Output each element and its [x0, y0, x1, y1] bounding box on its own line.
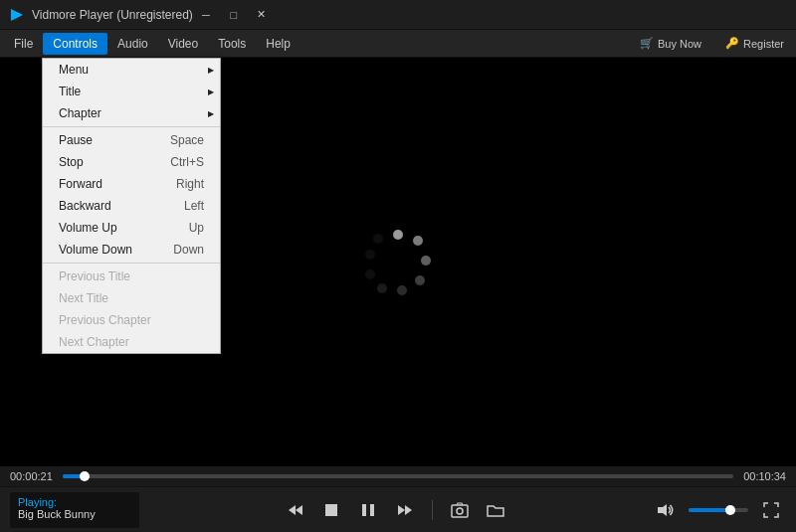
svg-marker-11	[296, 505, 302, 515]
dd-previous-chapter[interactable]: Previous Chapter	[43, 309, 220, 331]
svg-point-4	[415, 275, 425, 285]
svg-rect-12	[325, 504, 337, 516]
svg-point-3	[421, 256, 431, 266]
rewind-button[interactable]	[281, 495, 310, 525]
bottom-controls: Playing: Big Buck Bunny	[0, 486, 796, 532]
dd-next-title-label: Next Title	[59, 291, 108, 305]
svg-point-2	[413, 236, 423, 246]
svg-rect-13	[362, 504, 366, 516]
key-icon: 🔑	[725, 37, 739, 50]
dd-previous-chapter-label: Previous Chapter	[59, 313, 151, 327]
pause-button[interactable]	[352, 494, 384, 526]
svg-marker-19	[658, 504, 667, 516]
title-bar: Vidmore Player (Unregistered) ─ □ ✕	[0, 0, 796, 30]
dd-volume-up-label: Volume Up	[59, 221, 117, 235]
loading-spinner	[358, 223, 438, 302]
svg-rect-17	[452, 505, 468, 517]
dd-title-label: Title	[59, 85, 81, 98]
dd-backward-label: Backward	[59, 199, 111, 213]
dd-backward[interactable]: Backward Left	[43, 195, 220, 217]
menu-video[interactable]: Video	[158, 33, 208, 55]
time-total: 00:10:34	[741, 470, 786, 482]
progress-area: 00:00:21 00:10:34	[0, 466, 796, 486]
window-controls: ─ □ ✕	[193, 5, 275, 25]
menu-audio[interactable]: Audio	[107, 33, 158, 55]
svg-marker-10	[289, 505, 296, 515]
cart-icon: 🛒	[640, 37, 654, 50]
dd-volume-down-label: Volume Down	[59, 243, 132, 257]
dd-next-chapter-label: Next Chapter	[59, 335, 129, 349]
dd-next-title[interactable]: Next Title	[43, 287, 220, 309]
svg-point-6	[377, 283, 387, 293]
now-playing-title: Big Buck Bunny	[18, 508, 131, 520]
volume-slider[interactable]	[689, 508, 748, 512]
progress-bar[interactable]	[63, 474, 733, 478]
register-button[interactable]: 🔑 Register	[717, 34, 792, 53]
dd-stop-label: Stop	[59, 155, 84, 169]
menu-help[interactable]: Help	[256, 33, 300, 55]
volume-thumb	[725, 505, 735, 515]
menu-right: 🛒 Buy Now 🔑 Register	[632, 34, 792, 53]
title-bar-text: Vidmore Player (Unregistered)	[32, 8, 193, 22]
now-playing-box: Playing: Big Buck Bunny	[10, 492, 139, 528]
svg-point-1	[393, 230, 403, 240]
center-controls	[139, 494, 651, 526]
svg-point-7	[365, 269, 375, 279]
volume-fill	[689, 508, 730, 512]
close-button[interactable]: ✕	[249, 5, 275, 25]
dd-backward-shortcut: Left	[184, 199, 204, 213]
dd-volume-up-shortcut: Up	[189, 221, 204, 235]
dd-forward-shortcut: Right	[176, 177, 204, 191]
dd-separator-2	[43, 263, 220, 264]
dd-volume-up[interactable]: Volume Up Up	[43, 217, 220, 239]
dd-separator-1	[43, 126, 220, 127]
dd-menu-label: Menu	[59, 63, 89, 77]
dd-next-chapter[interactable]: Next Chapter	[43, 331, 220, 353]
svg-marker-16	[405, 505, 412, 515]
dd-previous-title-label: Previous Title	[59, 269, 130, 283]
dd-previous-title[interactable]: Previous Title	[43, 266, 220, 287]
folder-button[interactable]	[481, 495, 510, 525]
dd-forward[interactable]: Forward Right	[43, 173, 220, 195]
stop-button[interactable]	[316, 495, 346, 525]
dd-volume-down-shortcut: Down	[173, 243, 204, 257]
svg-rect-14	[370, 504, 374, 516]
dd-title[interactable]: Title	[43, 81, 220, 102]
menu-file[interactable]: File	[4, 33, 43, 55]
register-label: Register	[743, 38, 784, 50]
app-logo	[8, 6, 26, 24]
progress-thumb	[80, 471, 90, 481]
svg-point-5	[397, 285, 407, 295]
svg-marker-15	[398, 505, 405, 515]
dd-stop-shortcut: Ctrl+S	[170, 155, 204, 169]
dd-pause-label: Pause	[59, 133, 93, 147]
dd-pause-shortcut: Space	[170, 133, 204, 147]
dd-chapter-label: Chapter	[59, 106, 101, 120]
screenshot-button[interactable]	[445, 495, 475, 525]
dd-volume-down[interactable]: Volume Down Down	[43, 239, 220, 261]
volume-icon[interactable]	[651, 495, 681, 525]
right-controls	[651, 495, 786, 525]
menu-tools[interactable]: Tools	[208, 33, 256, 55]
svg-marker-0	[11, 9, 23, 21]
buy-now-label: Buy Now	[658, 38, 701, 50]
dd-pause[interactable]: Pause Space	[43, 129, 220, 151]
dd-chapter[interactable]: Chapter	[43, 102, 220, 124]
now-playing-label: Playing:	[18, 496, 131, 508]
time-current: 00:00:21	[10, 470, 55, 482]
dd-forward-label: Forward	[59, 177, 102, 191]
dd-stop[interactable]: Stop Ctrl+S	[43, 151, 220, 173]
forward-button[interactable]	[390, 495, 420, 525]
menu-bar: File Controls Audio Video Tools Help 🛒 B…	[0, 30, 796, 58]
controls-divider	[432, 500, 433, 520]
minimize-button[interactable]: ─	[193, 5, 219, 25]
fullscreen-button[interactable]	[756, 495, 786, 525]
controls-dropdown: Menu Title Chapter Pause Space Stop Ctrl…	[42, 58, 221, 354]
buy-now-button[interactable]: 🛒 Buy Now	[632, 34, 709, 53]
dd-menu[interactable]: Menu	[43, 59, 220, 81]
maximize-button[interactable]: □	[221, 5, 247, 25]
svg-point-18	[457, 508, 463, 514]
menu-controls[interactable]: Controls	[43, 33, 107, 55]
svg-point-8	[365, 250, 375, 260]
svg-point-9	[373, 234, 383, 244]
